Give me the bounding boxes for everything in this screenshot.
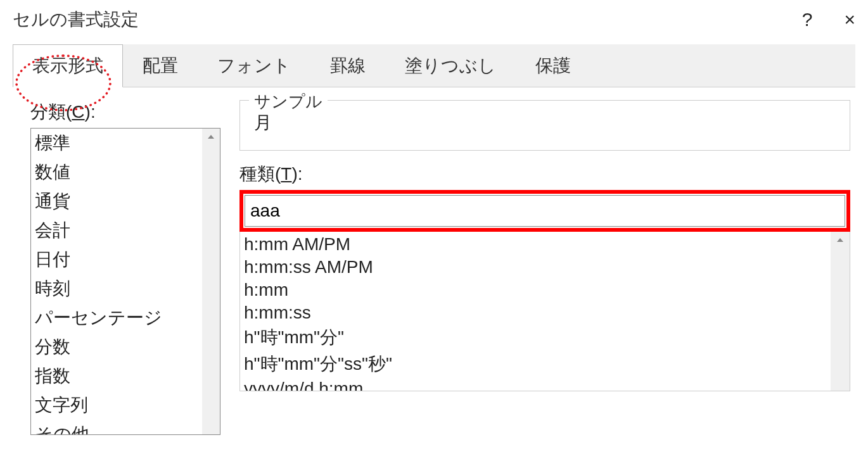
help-button[interactable]: ? — [802, 9, 813, 30]
category-item-currency[interactable]: 通貨 — [31, 187, 202, 216]
category-item-other[interactable]: その他 — [31, 420, 202, 434]
category-item-scientific[interactable]: 指数 — [31, 362, 202, 391]
scroll-up-icon[interactable] — [831, 232, 850, 248]
tab-border[interactable]: 罫線 — [310, 44, 385, 87]
category-item-fraction[interactable]: 分数 — [31, 332, 202, 362]
category-item-date[interactable]: 日付 — [31, 245, 202, 274]
dialog-title: セルの書式設定 — [13, 8, 139, 32]
type-input-highlight — [239, 190, 850, 232]
category-column: 分類(C): 標準 数値 通貨 会計 日付 時刻 パーセンテージ 分数 指数 文… — [30, 100, 220, 435]
scroll-up-icon[interactable] — [202, 129, 220, 145]
category-item-number[interactable]: 数値 — [31, 158, 202, 187]
tabs: 表示形式 配置 フォント 罫線 塗りつぶし 保護 — [13, 44, 855, 87]
tab-number-format[interactable]: 表示形式 — [13, 44, 123, 87]
tabs-container: 表示形式 配置 フォント 罫線 塗りつぶし 保護 — [0, 44, 868, 87]
details-column: サンプル 月 種類(T): h:mm AM/PM h:mm:ss AM/PM h… — [239, 100, 850, 435]
type-item[interactable]: h:mm — [243, 279, 828, 301]
type-label: 種類(T): — [239, 162, 850, 186]
category-item-standard[interactable]: 標準 — [31, 129, 202, 158]
sample-box: サンプル 月 — [239, 100, 850, 151]
format-cells-dialog: セルの書式設定 ? × 表示形式 配置 フォント 罫線 塗りつぶし 保護 分類(… — [0, 0, 868, 473]
category-item-time[interactable]: 時刻 — [31, 274, 202, 303]
type-item[interactable]: h"時"mm"分" — [243, 324, 828, 351]
tab-fill[interactable]: 塗りつぶし — [385, 44, 516, 87]
category-items: 標準 数値 通貨 会計 日付 時刻 パーセンテージ 分数 指数 文字列 その他 … — [31, 129, 202, 434]
type-item[interactable]: h:mm:ss AM/PM — [243, 256, 828, 279]
category-label: 分類(C): — [30, 100, 220, 124]
type-item[interactable]: h"時"mm"分"ss"秒" — [243, 351, 828, 377]
type-listbox[interactable]: h:mm AM/PM h:mm:ss AM/PM h:mm h:mm:ss h"… — [239, 232, 850, 391]
type-input[interactable] — [245, 195, 845, 227]
category-scrollbar[interactable] — [202, 129, 220, 434]
category-item-accounting[interactable]: 会計 — [31, 216, 202, 245]
category-item-text[interactable]: 文字列 — [31, 391, 202, 420]
type-scrollbar[interactable] — [831, 232, 850, 391]
sample-label: サンプル — [249, 91, 328, 113]
titlebar-buttons: ? × — [802, 9, 855, 30]
sample-value: 月 — [252, 107, 838, 139]
type-item[interactable]: h:mm AM/PM — [243, 233, 828, 256]
tab-font[interactable]: フォント — [198, 44, 310, 87]
category-item-percentage[interactable]: パーセンテージ — [31, 303, 202, 332]
category-listbox[interactable]: 標準 数値 通貨 会計 日付 時刻 パーセンテージ 分数 指数 文字列 その他 … — [30, 128, 220, 435]
tab-alignment[interactable]: 配置 — [123, 44, 198, 87]
close-button[interactable]: × — [844, 9, 855, 30]
type-item[interactable]: h:mm:ss — [243, 301, 828, 324]
type-items: h:mm AM/PM h:mm:ss AM/PM h:mm h:mm:ss h"… — [240, 232, 831, 391]
tab-protection[interactable]: 保護 — [516, 44, 590, 87]
type-item[interactable]: yyyy/m/d h:mm — [243, 377, 828, 391]
content-area: 分類(C): 標準 数値 通貨 会計 日付 時刻 パーセンテージ 分数 指数 文… — [0, 87, 868, 435]
titlebar: セルの書式設定 ? × — [0, 0, 868, 44]
